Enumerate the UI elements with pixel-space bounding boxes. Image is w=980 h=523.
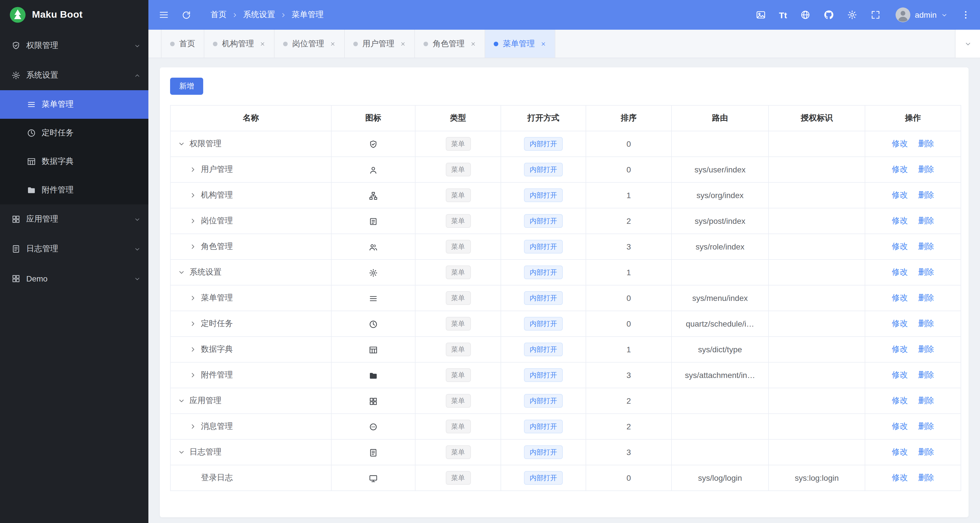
close-icon[interactable] <box>541 41 546 46</box>
open-mode-cell: 内部打开 <box>501 260 586 285</box>
refresh-button[interactable] <box>181 10 191 20</box>
tab-user-management[interactable]: 用户管理 <box>345 30 415 58</box>
table-row: 附件管理菜单内部打开3sys/attachment/in…修改删除 <box>170 362 961 388</box>
breadcrumb-item[interactable]: 首页 <box>211 10 227 20</box>
fullscreen-icon[interactable] <box>870 10 881 20</box>
auth-cell: sys:log:login <box>768 465 865 491</box>
edit-link[interactable]: 修改 <box>892 421 908 431</box>
sidebar-item-attachments[interactable]: 附件管理 <box>0 176 148 204</box>
delete-link[interactable]: 删除 <box>918 396 934 405</box>
tree-expand-icon[interactable] <box>189 346 197 353</box>
tab-home[interactable]: 首页 <box>161 30 204 58</box>
close-icon[interactable] <box>400 41 406 46</box>
tree-expand-icon[interactable] <box>189 243 197 250</box>
column-header-type: 类型 <box>415 105 501 131</box>
breadcrumb-item[interactable]: 系统设置 <box>243 10 275 20</box>
route-cell: sys/org/index <box>671 182 768 208</box>
tab-post-management[interactable]: 岗位管理 <box>275 30 345 58</box>
sidebar-item-demo[interactable]: Demo <box>0 264 148 293</box>
table-row: 登录日志菜单内部打开0sys/log/loginsys:log:login修改删… <box>170 465 961 491</box>
delete-link[interactable]: 删除 <box>918 293 934 302</box>
delete-link[interactable]: 删除 <box>918 241 934 250</box>
delete-link[interactable]: 删除 <box>918 370 934 379</box>
sidebar-item-application[interactable]: 应用管理 <box>0 204 148 234</box>
tab-dot <box>170 41 175 46</box>
edit-link[interactable]: 修改 <box>892 447 908 456</box>
theme-settings-icon[interactable] <box>847 10 857 20</box>
edit-link[interactable]: 修改 <box>892 473 908 482</box>
tab-org-management[interactable]: 机构管理 <box>204 30 275 58</box>
menu-name-cell: 菜单管理 <box>170 285 331 311</box>
tree-expand-icon[interactable] <box>189 371 197 379</box>
tree-expand-icon[interactable] <box>189 191 197 199</box>
sidebar-item-menu-management[interactable]: 菜单管理 <box>0 90 148 119</box>
edit-link[interactable]: 修改 <box>892 190 908 199</box>
sidebar-item-scheduled-tasks[interactable]: 定时任务 <box>0 119 148 147</box>
language-icon[interactable] <box>800 10 810 20</box>
tree-expand-icon[interactable] <box>189 320 197 328</box>
open-mode-tag: 内部打开 <box>524 291 563 305</box>
delete-link[interactable]: 删除 <box>918 216 934 225</box>
edit-link[interactable]: 修改 <box>892 139 908 148</box>
type-tag: 菜单 <box>445 163 471 177</box>
actions-cell: 修改删除 <box>865 388 961 414</box>
auth-cell <box>768 157 865 182</box>
edit-link[interactable]: 修改 <box>892 370 908 379</box>
sidebar-item-logs[interactable]: 日志管理 <box>0 234 148 264</box>
edit-link[interactable]: 修改 <box>892 319 908 328</box>
font-size-icon[interactable]: Tt <box>779 11 787 19</box>
collapse-sidebar-button[interactable] <box>159 10 169 20</box>
edit-link[interactable]: 修改 <box>892 241 908 250</box>
screenshot-icon[interactable] <box>756 10 766 20</box>
more-icon[interactable] <box>961 10 971 20</box>
edit-link[interactable]: 修改 <box>892 293 908 302</box>
close-icon[interactable] <box>470 41 476 46</box>
sidebar-item-label: 菜单管理 <box>42 99 140 110</box>
close-icon[interactable] <box>330 41 336 46</box>
delete-link[interactable]: 删除 <box>918 319 934 328</box>
tree-expand-icon[interactable] <box>189 217 197 225</box>
sidebar-item-system[interactable]: 系统设置 <box>0 61 148 90</box>
delete-link[interactable]: 删除 <box>918 190 934 199</box>
tree-collapse-icon[interactable] <box>178 268 186 276</box>
tree-expand-icon[interactable] <box>189 423 197 431</box>
delete-link[interactable]: 删除 <box>918 421 934 431</box>
tree-expand-icon[interactable] <box>189 294 197 302</box>
tab-menu-management[interactable]: 菜单管理 <box>485 30 555 58</box>
user-menu[interactable]: admin <box>896 8 947 22</box>
auth-cell <box>768 311 865 336</box>
app-logo: Maku Boot <box>0 0 148 30</box>
edit-link[interactable]: 修改 <box>892 344 908 353</box>
edit-link[interactable]: 修改 <box>892 164 908 174</box>
table-row: 应用管理菜单内部打开2修改删除 <box>170 388 961 414</box>
edit-link[interactable]: 修改 <box>892 216 908 225</box>
github-icon[interactable] <box>824 10 834 20</box>
tab-dot <box>283 41 288 46</box>
tab-role-management[interactable]: 角色管理 <box>415 30 485 58</box>
sidebar-item-permission[interactable]: 权限管理 <box>0 31 148 61</box>
auth-cell <box>768 439 865 465</box>
delete-link[interactable]: 删除 <box>918 344 934 353</box>
tree-collapse-icon[interactable] <box>178 448 186 456</box>
menu-type-cell: 菜单 <box>415 362 501 388</box>
close-icon[interactable] <box>260 41 266 46</box>
add-button[interactable]: 新增 <box>170 78 203 95</box>
edit-link[interactable]: 修改 <box>892 267 908 276</box>
delete-link[interactable]: 删除 <box>918 139 934 148</box>
tabs-dropdown-button[interactable] <box>955 30 980 58</box>
tree-collapse-icon[interactable] <box>178 397 186 405</box>
tree-expand-icon[interactable] <box>189 166 197 174</box>
column-header-open-mode: 打开方式 <box>501 105 586 131</box>
tree-collapse-icon[interactable] <box>178 140 186 148</box>
delete-link[interactable]: 删除 <box>918 164 934 174</box>
breadcrumb-item[interactable]: 菜单管理 <box>292 10 324 20</box>
edit-link[interactable]: 修改 <box>892 396 908 405</box>
menu-type-cell: 菜单 <box>415 388 501 414</box>
tab-dot <box>213 41 218 46</box>
delete-link[interactable]: 删除 <box>918 473 934 482</box>
menu-name-cell: 岗位管理 <box>170 208 331 234</box>
sidebar-item-data-dictionary[interactable]: 数据字典 <box>0 147 148 176</box>
delete-link[interactable]: 删除 <box>918 267 934 276</box>
menu-icon-cell <box>331 285 415 311</box>
delete-link[interactable]: 删除 <box>918 447 934 456</box>
